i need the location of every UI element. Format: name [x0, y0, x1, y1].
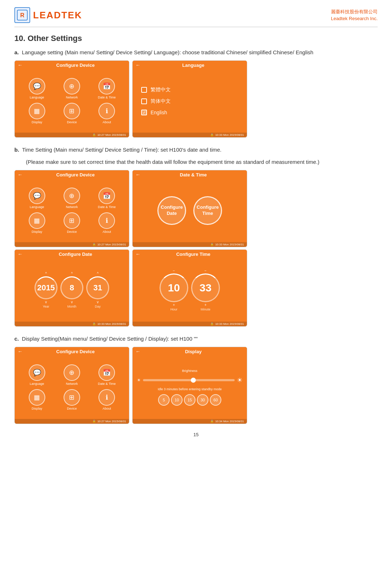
b1-network-icon: ⊕ — [64, 188, 80, 204]
icon-cell-b1-datetime: 📅 Date & Time — [91, 188, 123, 209]
configure-device-title-1: Configure Device — [25, 63, 126, 68]
hour-value: 10 — [168, 282, 180, 294]
brightness-label: Brightness — [137, 369, 243, 373]
clock-icon-cdate: 🔒 — [92, 322, 96, 326]
icon-cell-device: ⊞ Device — [56, 103, 87, 124]
checkbox-traditional — [141, 87, 147, 93]
section-a-text: a. Language setting (Main menu/ Setting/… — [14, 48, 378, 57]
back-arrow-ctime-icon: ← — [135, 251, 140, 257]
back-arrow-disp-icon: ← — [135, 349, 140, 354]
clock-icon-c: 🔒 — [92, 420, 96, 423]
icon-grid-c: 💬 Language ⊕ Network 📅 Date & Time ▦ Dis… — [17, 361, 127, 413]
back-arrow-icon: ← — [18, 62, 23, 68]
b1-language-icon: 💬 — [29, 188, 45, 204]
time-btn-60[interactable]: 60 — [210, 394, 221, 406]
icon-cell-about: ℹ About — [91, 103, 123, 124]
date-time-title: Date & Time — [143, 172, 244, 178]
section-a-screenshots: ← Configure Device 💬 Language ⊕ Network … — [14, 60, 378, 138]
day-arc: 31 — [86, 276, 109, 299]
back-arrow-c-icon: ← — [18, 349, 23, 354]
time-buttons-row: 5 10 15 30 60 — [158, 394, 221, 406]
logo-text: LEADTEK — [33, 10, 82, 21]
configure-time-screen: ← Configure Time − 10 + Hour − 33 — [132, 249, 247, 327]
icon-cell-b1-device: ⊞ Device — [56, 212, 87, 234]
icon-cell-b1-language: 💬 Language — [21, 188, 52, 209]
company-info: 麗臺科技股份有限公司 Leadtek Research Inc. — [331, 8, 378, 22]
icon-cell-b1-display: ▦ Display — [21, 212, 52, 234]
display-screen: ← Display Brightness ☀ ☀ Idle 3 minutes … — [132, 347, 247, 424]
minute-label: Minute — [200, 308, 210, 311]
language-label: Language — [30, 96, 44, 99]
icon-cell-c-about: ℹ About — [91, 389, 123, 410]
screen-bottombar-lang: 🔒 10:33 Mon 2015/08/31 — [133, 133, 247, 137]
device-label: Device — [67, 120, 77, 124]
screen-body-b1: 💬 Language ⊕ Network 📅 Date & Time ▦ Dis… — [15, 179, 129, 242]
configure-time-button[interactable]: ConfigureTime — [193, 196, 222, 225]
page-number: 15 — [193, 432, 198, 437]
b1-about-icon: ℹ — [98, 212, 115, 229]
c-language-icon: 💬 — [29, 364, 45, 381]
hour-spinner: − 10 + Hour — [160, 269, 188, 311]
icon-cell-b1-network: ⊕ Network — [56, 188, 87, 209]
screen-topbar-cdate: ← Configure Date — [15, 250, 129, 258]
logo-area: R LEADTEK — [14, 7, 82, 23]
screen-bottombar-disp: 🔒 10:34 Mon 2015/08/31 — [133, 419, 247, 424]
screen-topbar-ctime: ← Configure Time — [133, 250, 247, 258]
screen-bottombar-c: 🔒 10:27 Mon 2015/08/31 — [15, 419, 129, 424]
logo-icon: R — [14, 7, 30, 23]
configure-device-screen-1: ← Configure Device 💬 Language ⊕ Network … — [14, 60, 129, 138]
display-screen-title: Display — [143, 349, 244, 354]
screen-topbar-b1: ← Configure Device — [15, 170, 129, 179]
lang-simplified-text: 简体中文 — [151, 98, 171, 105]
lang-option-simplified: 简体中文 — [141, 98, 238, 105]
screen-bottombar-ctime: 🔒 10:33 Mon 2015/08/31 — [133, 322, 247, 326]
icon-cell-c-language: 💬 Language — [21, 364, 52, 386]
screen-topbar-1: ← Configure Device — [15, 61, 129, 69]
b1-display-icon: ▦ — [29, 212, 45, 229]
brightness-thumb[interactable] — [191, 378, 196, 383]
icon-cell-b1-about: ℹ About — [91, 212, 123, 234]
display-icon: ▦ — [29, 103, 45, 119]
time-btn-10[interactable]: 10 — [171, 394, 183, 406]
screen-topbar-c: ← Configure Device — [15, 347, 129, 356]
configure-date-button[interactable]: ConfigureDate — [157, 196, 186, 225]
icon-cell-language: 💬 Language — [21, 78, 52, 99]
day-label: Day — [95, 305, 101, 308]
section-b: b. Time Setting (Main menu/ Setting/ Dev… — [14, 146, 378, 327]
icon-cell-c-network: ⊕ Network — [56, 364, 87, 386]
c-network-icon: ⊕ — [64, 364, 80, 381]
language-screen: ← Language 繁體中文 简体中文 ✓ English 🔒 — [132, 60, 247, 138]
section-c-screenshots: ← Configure Device 💬 Language ⊕ Network … — [14, 347, 378, 424]
section-b-subtext: (Please make sure to set correct time th… — [14, 158, 378, 166]
lang-screen-body: 繁體中文 简体中文 ✓ English — [133, 69, 247, 133]
b1-device-icon: ⊞ — [64, 212, 80, 229]
timestamp-1: 10:27 Mon 2015/08/31 — [97, 133, 126, 137]
clock-icon-ctime: 🔒 — [210, 322, 214, 326]
brightness-slider[interactable] — [143, 379, 235, 381]
configure-device-screen-2: ← Configure Device 💬 Language ⊕ Network … — [14, 170, 129, 247]
spinner-screen-time: − 10 + Hour − 33 + Minute — [133, 258, 247, 322]
icon-cell-display: ▦ Display — [21, 103, 52, 124]
network-label: Network — [66, 96, 78, 99]
sun-large-icon: ☀ — [237, 376, 243, 384]
clock-icon-disp: 🔒 — [210, 420, 214, 423]
back-arrow-cdate-icon: ← — [18, 251, 23, 257]
time-btn-15[interactable]: 15 — [184, 394, 195, 406]
brightness-row: ☀ ☀ — [137, 376, 243, 384]
display-label: Display — [32, 120, 42, 124]
c-display-icon: ▦ — [29, 389, 45, 406]
configure-date-title: Configure Date — [25, 252, 126, 257]
page-footer: 15 — [14, 432, 378, 437]
section-b-row1: ← Configure Device 💬 Language ⊕ Network … — [14, 170, 378, 247]
time-btn-5[interactable]: 5 — [158, 394, 170, 406]
section-b-row2: ← Configure Date ^ 2015 v Year ^ 8 — [14, 249, 378, 327]
language-icon: 💬 — [29, 78, 45, 95]
lang-traditional-text: 繁體中文 — [151, 87, 171, 93]
date-time-screen: ← Date & Time ConfigureDate ConfigureTim… — [132, 170, 247, 247]
time-btn-30[interactable]: 30 — [197, 394, 208, 406]
icon-grid-1: 💬 Language ⊕ Network 📅 Date & Time ▦ Dis… — [17, 75, 127, 127]
standby-text: Idle 3 minutes before entering standby m… — [158, 387, 222, 392]
month-value: 8 — [70, 283, 74, 292]
checkbox-english: ✓ — [141, 110, 147, 115]
c-device-icon: ⊞ — [64, 389, 80, 406]
